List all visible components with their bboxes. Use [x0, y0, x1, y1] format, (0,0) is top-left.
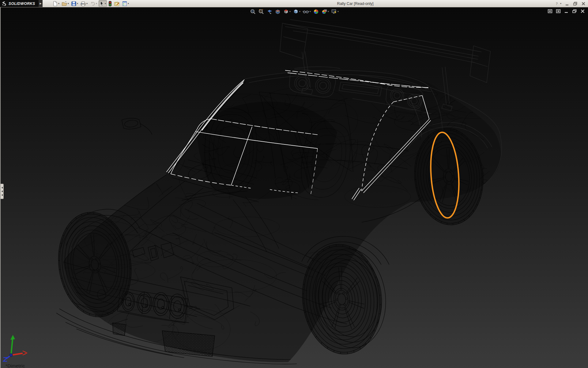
- pane-toggle-right-icon: [556, 9, 561, 13]
- view-orientation-button[interactable]: ▾: [283, 8, 291, 15]
- document-window-controls: [548, 9, 585, 13]
- print-dropdown[interactable]: ▾: [86, 2, 88, 5]
- minimize-button[interactable]: [565, 2, 569, 6]
- section-view-button[interactable]: [274, 8, 281, 15]
- hide-show-items-dropdown[interactable]: ▾: [310, 10, 311, 13]
- solidworks-window: SOLIDWORKS ▶ ▾ ▾ ▾ ▾ ▾: [0, 0, 588, 368]
- edit-appearance-button[interactable]: [313, 8, 319, 15]
- reference-triad: [1, 333, 32, 362]
- save-button[interactable]: ▾: [70, 1, 79, 7]
- brand-name: SOLIDWORKS: [9, 2, 35, 6]
- traffic-light-icon: [108, 1, 112, 6]
- solidworks-logo-icon: [2, 1, 7, 6]
- doc-restore-button[interactable]: [572, 9, 577, 13]
- section-view-icon: [275, 9, 281, 15]
- interference-check-button[interactable]: [108, 1, 112, 7]
- close-button[interactable]: [581, 2, 586, 6]
- titlebar-controls: ? ▾: [555, 0, 586, 7]
- glasses-icon: [303, 9, 309, 15]
- new-document-icon: [52, 1, 58, 6]
- new-dropdown[interactable]: ▾: [58, 2, 59, 5]
- help-button[interactable]: ? ▾: [555, 1, 561, 6]
- print-button[interactable]: ▾: [80, 1, 88, 7]
- save-dropdown[interactable]: ▾: [77, 2, 78, 5]
- window-title: Rally Car [Read-only]: [337, 0, 374, 7]
- zoom-to-area-button[interactable]: [258, 8, 265, 15]
- svg-text:?: ?: [556, 1, 558, 6]
- select-cursor-icon: [100, 1, 104, 6]
- collapse-arrow-icon: [2, 190, 3, 192]
- save-floppy-icon: [71, 1, 77, 6]
- triad-y-axis: [11, 339, 13, 355]
- apply-scene-dropdown[interactable]: ▾: [328, 10, 329, 13]
- doc-close-button[interactable]: [580, 9, 585, 13]
- options-dropdown[interactable]: ▾: [128, 2, 129, 5]
- titlebar: SOLIDWORKS ▶ ▾ ▾ ▾ ▾ ▾: [0, 0, 588, 7]
- undo-dropdown[interactable]: ▾: [96, 2, 97, 5]
- previous-view-button[interactable]: [266, 8, 273, 15]
- display-style-icon: [293, 9, 299, 15]
- triad-z-arrow: [3, 358, 7, 361]
- hide-show-items-button[interactable]: ▾: [302, 8, 311, 15]
- pane-toggle-left-button[interactable]: [548, 9, 552, 13]
- view-settings-dropdown[interactable]: ▾: [337, 10, 339, 13]
- toolbar-flyout-button[interactable]: ▶: [39, 0, 43, 7]
- design-binder-icon: [114, 1, 120, 6]
- new-button[interactable]: ▾: [52, 1, 60, 7]
- doc-minimize-button[interactable]: [564, 9, 569, 13]
- restore-button[interactable]: [573, 2, 578, 6]
- display-style-dropdown[interactable]: ▾: [299, 10, 300, 13]
- featuremanager-collapsed-tab[interactable]: [1, 184, 4, 199]
- help-dropdown[interactable]: ▾: [560, 2, 561, 5]
- zoom-to-fit-button[interactable]: [250, 8, 256, 15]
- solidworks-logo: SOLIDWORKS: [0, 0, 39, 7]
- triad-origin: [9, 354, 13, 357]
- model-wireframe-canvas[interactable]: [1, 7, 588, 368]
- display-style-button[interactable]: ▾: [292, 8, 301, 15]
- view-settings-button[interactable]: ▾: [331, 8, 339, 15]
- select-dropdown[interactable]: ▾: [105, 2, 106, 5]
- view-orientation-label: *Dimetric: [6, 363, 25, 368]
- heads-up-view-toolbar: ▾ ▾ ▾ ▾ ▾: [250, 8, 339, 15]
- pane-toggle-left-icon: [548, 9, 552, 13]
- view-orientation-icon: [283, 9, 289, 15]
- print-icon: [80, 1, 86, 6]
- apply-scene-icon: [321, 9, 327, 15]
- previous-view-icon: [266, 9, 273, 15]
- select-button[interactable]: ▾: [99, 0, 107, 7]
- open-folder-icon: [62, 1, 67, 6]
- apply-scene-button[interactable]: ▾: [321, 8, 329, 15]
- pane-toggle-right-button[interactable]: [556, 9, 561, 13]
- appearance-ball-icon: [313, 9, 319, 15]
- help-icon: ?: [555, 1, 560, 6]
- options-checklist-icon: [122, 1, 127, 6]
- main-toolbar: ▾ ▾ ▾ ▾ ▾ ▾: [52, 0, 130, 7]
- collapse-arrow-icon: [2, 194, 3, 196]
- view-orientation-dropdown[interactable]: ▾: [289, 10, 291, 13]
- open-dropdown[interactable]: ▾: [68, 2, 69, 5]
- graphics-area[interactable]: ▾ ▾ ▾ ▾ ▾: [0, 7, 588, 368]
- design-binder-button[interactable]: [113, 1, 120, 7]
- options-button[interactable]: ▾: [121, 1, 130, 7]
- triad-x-axis: [11, 353, 23, 355]
- zoom-to-fit-icon: [250, 9, 256, 15]
- undo-button[interactable]: ▾: [89, 1, 98, 7]
- collapse-arrow-icon: [2, 187, 3, 189]
- zoom-to-area-icon: [258, 9, 264, 15]
- view-settings-icon: [331, 9, 337, 15]
- triad-y-arrow: [10, 335, 15, 340]
- open-button[interactable]: ▾: [61, 1, 70, 7]
- undo-icon: [90, 1, 96, 6]
- triad-x-arrow: [23, 351, 27, 355]
